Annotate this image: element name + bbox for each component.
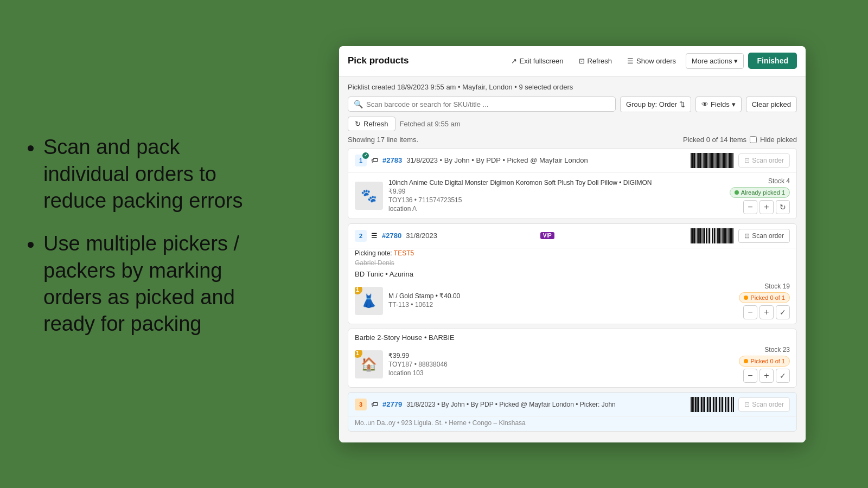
qty-check-3[interactable]: ✓ [776,369,790,383]
svg-rect-59 [693,397,694,412]
svg-rect-26 [729,153,731,168]
order-1-product-image: 🐾 [355,182,383,210]
svg-rect-77 [721,397,722,412]
scan-order-label-2: Scan order [752,232,784,240]
svg-rect-44 [714,228,715,243]
qty-minus-2[interactable]: − [743,305,757,319]
page-title: Pick products [348,55,501,66]
bullet-item-2: Use multiple pickers / packers by markin… [43,230,260,338]
refresh-small-icon: ↻ [355,120,361,128]
qty-minus-1[interactable]: − [743,200,757,214]
show-orders-label: Show orders [636,57,676,65]
svg-rect-3 [695,153,696,168]
svg-rect-33 [697,228,698,243]
hide-picked-checkbox[interactable] [750,136,757,143]
svg-rect-5 [698,153,699,168]
qty-minus-3[interactable]: − [743,369,757,383]
order-2-barcode-area: ⊡ Scan order [691,228,790,243]
clear-picked-label: Clear picked [752,100,791,108]
svg-rect-2 [693,153,695,168]
svg-rect-76 [719,397,720,412]
svg-rect-14 [711,153,713,168]
svg-rect-57 [691,397,692,412]
clear-picked-button[interactable]: Clear picked [746,97,797,112]
finished-button[interactable]: Finished [748,53,797,69]
order-card-3: Barbie 2-Story House • BARBIE 1 🏠 ₹39.99… [348,329,797,388]
order-card-2: 2 ☰ #2780 31/8/2023 VIP [348,223,797,324]
more-actions-button[interactable]: More actions ▾ [686,53,744,69]
order-3-barcode-area: ⊡ Scan order [691,397,790,412]
svg-rect-49 [722,228,723,243]
order-1-qty-controls: − + ↻ [743,200,790,214]
qty-plus-2[interactable]: + [760,305,774,319]
scan-icon-2: ⊡ [744,232,750,240]
scan-order-button-2[interactable]: ⊡ Scan order [738,229,790,243]
svg-rect-68 [707,397,709,412]
showing-bar: Showing 17 line items. Picked 0 of 14 it… [348,136,797,144]
more-actions-label: More actions [692,57,732,65]
qty-plus-3[interactable]: + [760,369,774,383]
group-by-button[interactable]: Group by: Order ⇅ [620,97,691,112]
fields-label: Fields [711,100,730,108]
svg-rect-40 [708,228,709,243]
scan-order-label-3: Scan order [752,401,784,408]
svg-rect-58 [692,397,693,412]
svg-rect-48 [720,228,721,243]
order-2-id[interactable]: #2780 [382,232,401,240]
fields-button[interactable]: 👁 Fields ▾ [695,97,742,112]
svg-rect-79 [724,397,724,412]
order-2-status-badge: Picked 0 of 1 [739,292,790,303]
search-input[interactable] [366,100,610,108]
qty-refresh-1[interactable]: ↻ [776,200,790,214]
order-1-id[interactable]: #2783 [382,156,402,164]
svg-rect-42 [711,228,711,243]
eye-icon: 👁 [701,100,709,108]
svg-rect-60 [695,397,697,412]
svg-rect-41 [709,228,710,243]
exit-fullscreen-button[interactable]: ↗ Exit fullscreen [506,54,569,68]
svg-rect-62 [698,397,699,412]
order-1-product-right: Stock 4 Already picked 1 − + ↻ [730,177,790,214]
order-3-header: 3 🏷 #2779 31/8/2023 • By John • By PDP •… [348,393,796,417]
toolbar: 🔍 Group by: Order ⇅ 👁 Fields ▾ Clear pic… [348,97,797,112]
left-panel: Scan and pack individual orders to reduc… [0,0,288,488]
svg-rect-29 [691,228,692,243]
check-icon: ✓ [362,152,369,159]
scan-order-button-3[interactable]: ⊡ Scan order [738,397,790,412]
order-2-header: 2 ☰ #2780 31/8/2023 VIP [348,224,796,248]
exit-fullscreen-icon: ↗ [511,57,517,65]
scan-order-button-1[interactable]: ⊡ Scan order [738,153,790,168]
order-2-status-label: Picked 0 of 1 [750,294,785,301]
refresh-bar: ↻ Refresh Fetched at 9:55 am [348,117,797,131]
svg-rect-81 [727,397,727,412]
barcode-svg-3 [691,397,734,412]
order-1-product-row: 🐾 10inch Anime Cute Digital Monster Digi… [348,173,796,219]
refresh-small-button[interactable]: ↻ Refresh [348,117,395,131]
qty-plus-1[interactable]: + [760,200,774,214]
order-2-product-right: Stock 19 Picked 0 of 1 − + ✓ [739,282,790,319]
search-icon: 🔍 [354,100,363,108]
svg-rect-6 [699,153,701,168]
order-3-product-right: Stock 23 Picked 0 of 1 − + ✓ [739,346,790,383]
svg-rect-34 [698,228,699,243]
qty-check-2[interactable]: ✓ [776,305,790,319]
finished-label: Finished [757,56,788,65]
refresh-button[interactable]: ⊡ Refresh [573,54,618,68]
main-content: Picklist created 18/9/2023 9:55 am • May… [339,76,806,442]
order-3-product-location: location 103 [388,369,733,377]
svg-rect-1 [692,153,693,168]
show-orders-button[interactable]: ☰ Show orders [622,54,681,68]
showing-text: Showing 17 line items. [348,136,418,144]
scan-icon: ⊡ [744,157,750,164]
order-3-barbie-name: Barbie 2-Story House • BARBIE [348,329,796,342]
order-2-product-image: 1 👗 [355,287,383,315]
svg-rect-30 [692,228,693,243]
fetched-text: Fetched at 9:55 am [400,120,461,128]
order-3-id[interactable]: #2779 [382,400,402,408]
svg-rect-50 [723,228,724,243]
svg-rect-11 [707,153,708,168]
show-orders-icon: ☰ [627,57,634,65]
order-card-3-header: 3 🏷 #2779 31/8/2023 • By John • By PDP •… [348,392,797,432]
search-box[interactable]: 🔍 [348,97,616,112]
svg-rect-22 [723,153,725,168]
